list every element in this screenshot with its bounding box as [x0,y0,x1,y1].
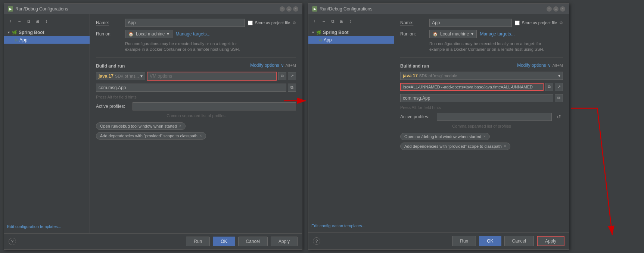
left-edit-config-link[interactable]: Edit configuration templates... [4,221,90,232]
right-copy-button[interactable]: ⧉ [329,17,337,25]
left-springboot-label: Spring Boot [19,30,44,35]
right-remove-button[interactable]: − [320,17,328,25]
left-main-class-input[interactable] [96,84,286,92]
right-title-bar-left: ▶ Run/Debug Configurations [312,6,372,12]
right-store-gear-icon: ⚙ [559,21,563,25]
right-ok-button[interactable]: OK [479,236,501,246]
right-main-content: Name: Store as project file ⚙ Run on: 🏠 … [394,14,569,232]
right-app-label: App [324,37,332,43]
left-sidebar-tree: ▼ 🌿 Spring Boot ⚙ App [4,27,90,221]
right-run-on-row: Run on: 🏠 Local machine ▾ Manage targets… [400,30,563,38]
left-add-button[interactable]: + [6,17,15,25]
left-name-label: Name: [96,20,122,25]
right-footer-buttons: Run OK Cancel Apply [452,236,564,246]
left-maximize-button[interactable]: □ [286,6,292,12]
right-tag-run-debug-remove[interactable]: × [483,134,486,138]
left-footer-left: ? [9,238,16,245]
left-copy-button[interactable]: ⧉ [24,17,32,25]
left-hint-text: Press Alt for field hints [96,95,296,99]
right-main-class-btn[interactable]: ⧉ [555,94,563,102]
right-options-tags: Open run/debug tool window when started … [400,133,563,150]
left-java-dropdown[interactable]: java 17 SDK of 'ms... ▾ [96,72,145,80]
right-profiles-clear-button[interactable]: ↺ [555,113,563,121]
right-name-label-text: Name: [400,20,413,25]
right-divider [400,57,563,57]
left-store-project-label: Store as project file [255,21,290,25]
right-run-on-value: Local machine [440,31,469,37]
right-sidebar-item-springboot[interactable]: ▼ 🌿 Spring Boot [308,29,394,36]
left-ok-button[interactable]: OK [213,237,235,246]
left-name-input[interactable] [125,19,245,27]
left-sort-button[interactable]: ↕ [42,17,50,25]
right-home-icon: 🏠 [433,32,438,37]
left-divider [96,57,296,57]
left-options-tags: Open run/debug tool window when started … [96,122,296,140]
right-vm-copy-button[interactable]: ⧉ [545,83,553,91]
left-tag-dependencies-remove[interactable]: × [200,134,202,138]
left-footer-buttons: Run OK Cancel Apply [186,237,298,246]
left-sidebar-toolbar: + − ⧉ ⊞ ↕ [4,16,90,27]
left-profiles-input[interactable] [133,102,296,110]
right-vm-options-input[interactable] [400,83,544,91]
left-vm-options-input[interactable] [147,72,277,81]
left-modify-options-area: Modify options ∨ Alt+M [250,63,296,68]
right-apply-button[interactable]: Apply [537,236,564,246]
left-manage-targets-link[interactable]: Manage targets... [175,31,210,37]
right-edit-config-link[interactable]: Edit configuration templates... [308,221,394,231]
right-tag-dependencies: Add dependencies with "provided" scope t… [400,143,510,150]
right-tag-dependencies-remove[interactable]: × [504,144,506,148]
right-manage-targets-link[interactable]: Manage targets... [480,31,514,37]
right-run-button[interactable]: Run [452,236,476,246]
left-sidebar: + − ⧉ ⊞ ↕ ▼ 🌿 Spring Boot ⚙ App [4,14,90,233]
left-cancel-button[interactable]: Cancel [238,237,268,246]
right-minimize-button[interactable]: − [547,6,552,12]
left-build-run-header: Build and run Modify options ∨ Alt+M [96,62,296,69]
right-maximize-button[interactable]: □ [553,6,559,12]
right-name-input[interactable] [429,19,512,27]
right-spring-icon: 🌿 [316,30,321,35]
left-run-on-dropdown[interactable]: 🏠 Local machine ▾ [125,30,172,38]
left-modify-chevron-icon: ∨ [281,63,284,68]
left-minimize-button[interactable]: − [280,6,285,12]
left-help-button[interactable]: ? [9,238,16,245]
left-name-label-text: Name: [96,20,109,25]
right-add-button[interactable]: + [311,17,319,25]
left-folder-button[interactable]: ⊞ [33,17,41,25]
left-sidebar-item-springboot[interactable]: ▼ 🌿 Spring Boot [4,29,90,36]
right-hint-text: Press Alt for field hints [400,105,563,110]
left-tag-run-debug-remove[interactable]: × [179,124,181,128]
right-java-dropdown[interactable]: java 17 SDK of 'msg' module ▾ [400,72,563,80]
left-sidebar-item-app[interactable]: ⚙ App [4,36,90,44]
right-sort-button[interactable]: ↕ [346,17,355,25]
left-modify-options-link[interactable]: Modify options ∨ [250,63,284,68]
left-vm-copy-button[interactable]: ⧉ [278,72,286,80]
left-spring-icon: 🌿 [12,30,17,35]
left-store-project-checkbox[interactable] [248,21,253,25]
left-close-button[interactable]: × [293,6,298,12]
left-apply-button[interactable]: Apply [271,237,298,246]
right-profiles-input[interactable] [437,113,552,121]
right-dialog-content: + − ⧉ ⊞ ↕ ▼ 🌿 Spring Boot ⚙ App [308,14,569,232]
right-run-on-dropdown[interactable]: 🏠 Local machine ▾ [429,30,477,38]
left-remove-button[interactable]: − [15,17,24,25]
right-main-class-input[interactable] [400,94,553,102]
right-build-run-title: Build and run [400,63,429,69]
left-modify-options-label: Modify options [250,63,279,68]
left-run-button[interactable]: Run [186,237,210,246]
left-tag-run-debug-label: Open run/debug tool window when started [100,124,177,128]
right-name-label: Name: [400,20,426,25]
right-modify-chevron-icon: ∨ [548,63,551,68]
right-sidebar-item-app[interactable]: ⚙ App [308,36,394,44]
left-main-class-btn[interactable]: ⧉ [288,84,296,92]
right-help-button[interactable]: ? [313,237,320,245]
right-cancel-button[interactable]: Cancel [504,236,534,246]
right-folder-button[interactable]: ⊞ [337,17,346,25]
right-store-project-checkbox[interactable] [515,21,520,25]
right-vm-expand-button[interactable]: ↗ [555,83,563,91]
left-run-on-label: Run on: [96,31,122,37]
left-dialog-title: Run/Debug Configurations [15,6,68,12]
right-modify-options-link[interactable]: Modify options ∨ [517,63,551,68]
right-sidebar-tree: ▼ 🌿 Spring Boot ⚙ App [308,27,394,221]
right-close-button[interactable]: × [560,6,565,12]
left-vm-expand-button[interactable]: ↗ [288,72,296,80]
